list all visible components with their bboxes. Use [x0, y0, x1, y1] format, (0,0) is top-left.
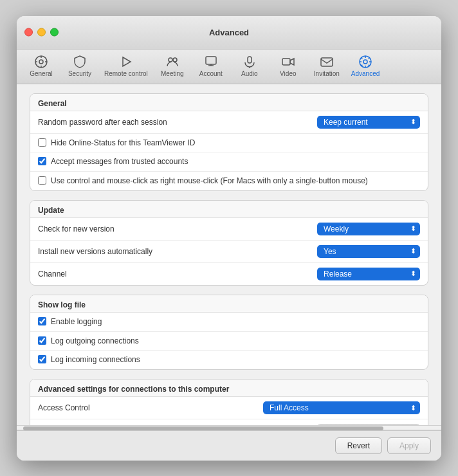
toolbar: General Security Remote control [17, 50, 441, 84]
tab-audio-label: Audio [241, 70, 258, 77]
channel-select[interactable]: Release Beta [317, 268, 420, 280]
apply-button[interactable]: Apply [387, 437, 431, 454]
right-mouse-click-checkbox[interactable] [38, 176, 46, 185]
check-for-new-row: Check for new version Weekly Daily Month… [30, 218, 428, 241]
remote-control-icon [119, 55, 133, 69]
tab-advanced[interactable]: Advanced [346, 52, 385, 80]
svg-marker-6 [123, 57, 131, 66]
tab-video-label: Video [280, 70, 296, 77]
svg-line-23 [369, 64, 370, 66]
accept-messages-checkbox[interactable] [38, 157, 46, 165]
install-auto-wrapper: Yes No ⬍ [317, 245, 420, 258]
check-for-new-wrapper: Weekly Daily Monthly Never ⬍ [317, 223, 420, 235]
enable-logging-row: Enable logging [30, 313, 428, 332]
tab-remote-control-label: Remote control [104, 70, 148, 77]
general-icon [34, 55, 48, 69]
tab-remote-control[interactable]: Remote control [99, 52, 153, 80]
general-section: General Random password after each sessi… [30, 93, 428, 191]
enable-logging-checkbox[interactable] [38, 317, 46, 325]
access-control-row: Access Control Full Access Confirm all V… [30, 397, 428, 419]
log-outgoing-checkbox[interactable] [38, 336, 46, 345]
tab-general[interactable]: General [22, 52, 60, 80]
access-control-label: Access Control [38, 403, 263, 412]
check-for-new-select[interactable]: Weekly Daily Monthly Never [317, 223, 420, 235]
log-incoming-checkbox[interactable] [38, 355, 46, 363]
main-content: General Random password after each sessi… [17, 84, 441, 425]
random-password-select[interactable]: Keep current Generate new Deactivate [317, 116, 420, 129]
accept-messages-label[interactable]: Accept messages from trusted accounts [51, 156, 188, 167]
hide-online-status-label[interactable]: Hide Online-Status for this TeamViewer I… [51, 138, 195, 149]
svg-point-7 [169, 58, 172, 62]
svg-rect-9 [206, 57, 216, 64]
install-auto-row: Install new versions automatically Yes N… [30, 241, 428, 263]
account-icon [204, 55, 218, 69]
advanced-settings-title: Advanced settings for connections to thi… [30, 380, 428, 397]
hide-online-status-checkbox[interactable] [38, 138, 46, 147]
random-password-select-wrapper: Keep current Generate new Deactivate ⬍ [317, 116, 420, 129]
svg-point-1 [39, 60, 43, 64]
svg-point-8 [173, 58, 177, 62]
svg-point-17 [363, 60, 367, 64]
tab-video[interactable]: Video [269, 52, 307, 80]
svg-rect-14 [282, 59, 290, 65]
footer: Revert Apply [17, 430, 441, 461]
meeting-icon [165, 55, 179, 69]
install-auto-label: Install new versions automatically [38, 247, 317, 256]
log-incoming-label[interactable]: Log incoming connections [51, 354, 140, 365]
details-row: Details... [30, 419, 428, 425]
update-section-title: Update [30, 201, 428, 218]
install-auto-select[interactable]: Yes No [317, 245, 420, 258]
check-for-new-label: Check for new version [38, 224, 317, 233]
access-control-wrapper: Full Access Confirm all View and show Cu… [263, 401, 420, 414]
channel-label: Channel [38, 270, 317, 279]
tab-meeting[interactable]: Meeting [153, 52, 192, 80]
tab-meeting-label: Meeting [161, 70, 184, 77]
tab-security-label: Security [68, 70, 91, 77]
tab-account[interactable]: Account [192, 52, 230, 80]
channel-wrapper: Release Beta ⬍ [317, 268, 420, 280]
video-icon [281, 55, 295, 69]
scrollbar [17, 425, 441, 430]
minimize-button[interactable] [37, 28, 46, 37]
scrollbar-thumb [23, 426, 383, 430]
tab-invitation-label: Invitation [314, 70, 340, 77]
tab-security[interactable]: Security [60, 52, 99, 80]
log-incoming-row: Log incoming connections [30, 351, 428, 369]
security-icon [73, 55, 87, 69]
advanced-settings-section: Advanced settings for connections to thi… [30, 379, 428, 425]
right-mouse-click-label[interactable]: Use control and mouse-click as right mou… [51, 176, 368, 187]
tab-advanced-label: Advanced [351, 70, 380, 77]
right-mouse-click-row: Use control and mouse-click as right mou… [30, 172, 428, 190]
hide-online-status-row: Hide Online-Status for this TeamViewer I… [30, 134, 428, 153]
accept-messages-row: Accept messages from trusted accounts [30, 152, 428, 172]
window-title: Advanced [209, 28, 249, 37]
channel-row: Channel Release Beta ⬍ [30, 263, 428, 285]
preferences-window: Advanced General [17, 16, 441, 461]
svg-line-25 [361, 64, 362, 66]
tab-audio[interactable]: Audio [230, 52, 269, 80]
svg-rect-12 [248, 57, 252, 63]
update-section: Update Check for new version Weekly Dail… [30, 200, 428, 286]
access-control-select[interactable]: Full Access Confirm all View and show Cu… [263, 401, 420, 414]
show-log-section: Show log file Enable logging Log outgoin… [30, 295, 428, 370]
title-bar: Advanced [17, 16, 441, 50]
audio-icon [243, 55, 257, 69]
svg-line-22 [361, 57, 362, 59]
advanced-icon [358, 55, 372, 69]
svg-line-24 [369, 57, 370, 59]
traffic-lights [24, 28, 59, 37]
invitation-icon [320, 55, 334, 69]
tab-account-label: Account [199, 70, 223, 77]
log-outgoing-label[interactable]: Log outgoing connections [51, 336, 139, 347]
tab-general-label: General [30, 70, 53, 77]
maximize-button[interactable] [50, 28, 59, 37]
svg-rect-15 [321, 58, 333, 66]
log-outgoing-row: Log outgoing connections [30, 332, 428, 351]
tab-invitation[interactable]: Invitation [307, 52, 346, 80]
show-log-section-title: Show log file [30, 295, 428, 313]
enable-logging-label[interactable]: Enable logging [51, 316, 102, 327]
revert-button[interactable]: Revert [335, 437, 382, 454]
close-button[interactable] [24, 28, 33, 37]
general-section-title: General [30, 94, 428, 111]
random-password-label: Random password after each session [38, 118, 317, 127]
